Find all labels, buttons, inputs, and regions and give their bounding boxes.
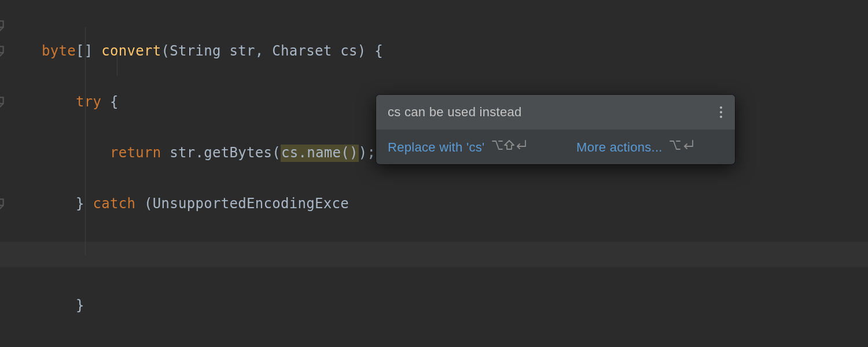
more-actions-link[interactable]: More actions... <box>576 140 663 154</box>
inspection-highlight[interactable]: cs.name() <box>281 145 359 162</box>
gutter-override-icon[interactable] <box>0 44 6 59</box>
code-line <box>42 242 383 267</box>
shortcut-hint <box>492 139 527 152</box>
code-line: byte[] convert(String str, Charset cs) { <box>42 38 383 64</box>
gutter-override-icon[interactable] <box>0 19 6 34</box>
popup-actions-row: Replace with 'cs' Mor <box>376 130 735 164</box>
code-line: return str.getBytes(cs.name()); <box>42 140 383 165</box>
code-line: return null; <box>42 344 383 347</box>
code-block: byte[] convert(String str, Charset cs) {… <box>42 13 383 347</box>
editor-gutter <box>0 13 17 165</box>
popup-header: cs can be used instead <box>376 95 735 130</box>
inspection-popup: cs can be used instead Replace with 'cs' <box>376 95 735 164</box>
quickfix-replace-link[interactable]: Replace with 'cs' <box>388 140 485 154</box>
code-line: } catch (UnsupportedEncodingExce <box>42 191 383 216</box>
code-line: } <box>42 293 383 318</box>
popup-title: cs can be used instead <box>388 106 522 119</box>
gutter-override-icon[interactable] <box>0 197 6 212</box>
code-line: try { <box>42 89 383 115</box>
more-options-icon[interactable] <box>718 104 724 120</box>
shortcut-hint <box>670 139 694 152</box>
gutter-override-icon[interactable] <box>0 95 6 110</box>
